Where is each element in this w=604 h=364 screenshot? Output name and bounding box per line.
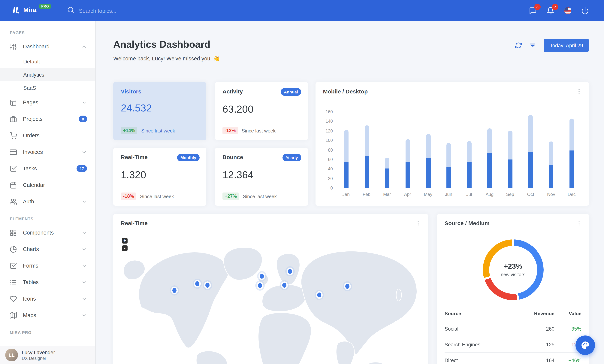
stat-period-badge[interactable]: Monthly bbox=[177, 154, 200, 161]
chart-title: Mobile / Desktop bbox=[323, 88, 368, 95]
chevron-down-icon bbox=[81, 100, 87, 105]
bar-mar bbox=[377, 112, 397, 188]
shopping-cart-icon bbox=[10, 132, 17, 139]
date-range-button[interactable]: Today: April 29 bbox=[544, 39, 589, 52]
calendar-icon bbox=[10, 181, 17, 188]
topbar: Mira PRO 3 7 bbox=[0, 0, 604, 21]
sidebar-item-charts[interactable]: Charts bbox=[0, 241, 95, 257]
brand-name: Mira bbox=[23, 5, 36, 15]
chevron-down-icon bbox=[81, 230, 87, 236]
stat-value: 12.364 bbox=[223, 169, 308, 181]
page-title: Analytics Dashboard bbox=[113, 39, 210, 50]
sidebar-item-orders[interactable]: Orders bbox=[0, 127, 95, 144]
sidebar: PAGESDashboardDefaultAnalyticsSaaSPagesP… bbox=[0, 21, 96, 364]
map-visitor-marker bbox=[205, 283, 210, 288]
sidebar-item-default[interactable]: Default bbox=[0, 55, 95, 68]
check-square-icon bbox=[10, 262, 17, 269]
chevron-up-icon bbox=[81, 44, 87, 49]
x-tick-label: Aug bbox=[479, 192, 500, 197]
chevron-down-icon bbox=[81, 296, 87, 301]
sidebar-item-analytics[interactable]: Analytics bbox=[0, 68, 95, 81]
sidebar-item-maps[interactable]: Maps bbox=[0, 307, 95, 324]
user-role: UX Designer bbox=[22, 356, 55, 361]
pro-badge: PRO bbox=[39, 4, 51, 9]
stat-title: Visitors bbox=[121, 88, 141, 95]
sidebar-item-dashboard[interactable]: Dashboard bbox=[0, 38, 95, 55]
stat-period-badge[interactable]: Annual bbox=[280, 88, 301, 96]
sidebar-item-auth[interactable]: Auth bbox=[0, 193, 95, 210]
sidebar-item-tables[interactable]: Tables bbox=[0, 274, 95, 290]
stat-delta-badge: +27% bbox=[223, 192, 239, 200]
source-table-row-direct: Direct164+46% bbox=[445, 352, 581, 364]
stat-title: Real-Time bbox=[121, 154, 148, 160]
map-visitor-marker bbox=[260, 274, 264, 279]
users-icon bbox=[10, 198, 17, 205]
bar-dec bbox=[561, 112, 582, 188]
source-table: Source Revenue Value Social260+35%Search… bbox=[445, 308, 581, 364]
sidebar-section-label: ELEMENTS bbox=[0, 210, 95, 224]
stat-caption: Since last week bbox=[243, 193, 277, 199]
stat-value: 24.532 bbox=[121, 102, 206, 114]
sidebar-item-saas[interactable]: SaaS bbox=[0, 81, 95, 94]
stat-period-badge[interactable]: Yearly bbox=[282, 154, 301, 161]
world-map[interactable]: + - bbox=[113, 230, 428, 364]
y-tick-label: 60 bbox=[318, 157, 333, 162]
chevron-down-icon bbox=[81, 312, 87, 318]
check-square-icon bbox=[10, 165, 17, 172]
sidebar-item-components[interactable]: Components bbox=[0, 224, 95, 241]
source-donut-chart: +23% new visitors bbox=[483, 239, 543, 300]
palette-icon bbox=[581, 341, 590, 350]
stat-card-bounce: Bounce Yearly 12.364 +27% Since last wee… bbox=[215, 148, 308, 206]
avatar[interactable]: LL bbox=[5, 349, 18, 361]
kebab-menu-icon[interactable] bbox=[415, 220, 421, 226]
filter-button[interactable] bbox=[529, 42, 536, 49]
theme-settings-fab[interactable] bbox=[576, 336, 595, 355]
filter-icon bbox=[529, 42, 536, 49]
y-tick-label: 100 bbox=[318, 138, 333, 143]
brand[interactable]: Mira PRO bbox=[11, 5, 51, 16]
bar-chart-plot bbox=[336, 112, 582, 188]
sidebar-count-badge: 8 bbox=[79, 116, 87, 122]
refresh-icon bbox=[515, 42, 522, 49]
stat-delta-badge: -18% bbox=[121, 192, 136, 200]
page-actions: Today: April 29 bbox=[515, 39, 589, 52]
language-flag-us-icon[interactable] bbox=[564, 7, 571, 14]
map-visitor-marker bbox=[195, 281, 199, 286]
kebab-menu-icon[interactable] bbox=[576, 220, 582, 226]
sidebar-item-projects[interactable]: Projects8 bbox=[0, 111, 95, 127]
bar-sep bbox=[500, 112, 520, 188]
map-visitor-marker bbox=[317, 292, 321, 297]
messages-count-badge: 3 bbox=[534, 4, 541, 10]
stat-value: 1.320 bbox=[121, 169, 206, 181]
map-zoom-out-button[interactable]: - bbox=[122, 245, 127, 251]
chevron-down-icon bbox=[81, 279, 87, 285]
map-zoom-in-button[interactable]: + bbox=[122, 238, 127, 244]
sidebar-user[interactable]: LL Lucy Lavender UX Designer bbox=[0, 346, 95, 364]
user-name: Lucy Lavender bbox=[22, 349, 55, 356]
page-subtitle: Welcome back, Lucy! We've missed you. 👋 bbox=[113, 56, 220, 62]
bar-jul bbox=[459, 112, 479, 188]
sidebar-item-tasks[interactable]: Tasks17 bbox=[0, 160, 95, 177]
messages-button[interactable]: 3 bbox=[529, 7, 537, 15]
bar-oct bbox=[520, 112, 541, 188]
refresh-button[interactable] bbox=[515, 42, 522, 49]
sidebar-item-invoices[interactable]: Invoices bbox=[0, 144, 95, 160]
pie-chart-icon bbox=[10, 246, 17, 253]
sidebar-item-pages[interactable]: Pages bbox=[0, 94, 95, 111]
search-input[interactable] bbox=[79, 8, 162, 14]
sidebar-item-icons[interactable]: Icons bbox=[0, 290, 95, 307]
notifications-button[interactable]: 7 bbox=[547, 7, 554, 15]
logout-button[interactable] bbox=[581, 7, 589, 15]
grid-icon bbox=[10, 229, 17, 236]
notifications-count-badge: 7 bbox=[552, 4, 558, 10]
sidebar-item-calendar[interactable]: Calendar bbox=[0, 177, 95, 193]
bar-feb bbox=[357, 112, 377, 188]
realtime-map-card: Real-Time + - bbox=[113, 214, 428, 364]
x-tick-label: May bbox=[418, 192, 438, 197]
y-tick-label: 0 bbox=[318, 186, 333, 190]
mira-logo-icon bbox=[11, 5, 20, 16]
sidebar-item-forms[interactable]: Forms bbox=[0, 257, 95, 274]
map-icon bbox=[10, 312, 17, 319]
kebab-menu-icon[interactable] bbox=[576, 88, 582, 95]
topbar-search bbox=[67, 6, 162, 15]
